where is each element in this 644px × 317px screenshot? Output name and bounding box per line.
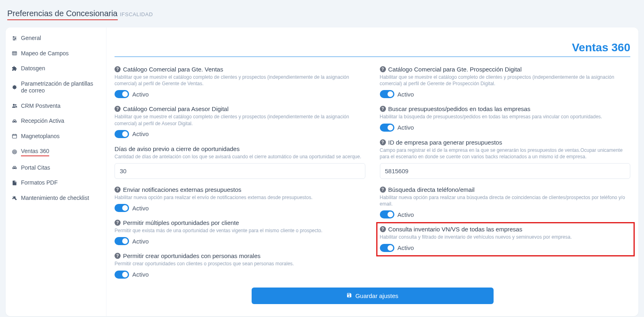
help-icon[interactable]: ?: [115, 187, 121, 193]
setting-title: Enviar notificaciones externas presupues…: [123, 186, 242, 193]
help-icon[interactable]: ?: [380, 226, 386, 232]
setting-title: Buscar presupuestos/pedidos en todas las…: [388, 105, 531, 112]
toggle-switch[interactable]: [380, 210, 394, 218]
sidebar-item-5[interactable]: Recepción Activa: [6, 113, 106, 129]
svg-point-10: [13, 104, 15, 106]
setting-title: Permitir crear oportunidades con persona…: [123, 252, 261, 259]
save-button[interactable]: Guardar ajustes: [252, 288, 494, 304]
puzzle-icon: [11, 65, 18, 72]
toggle-row: Activo: [380, 244, 631, 252]
table-icon: [11, 50, 18, 57]
setting-input[interactable]: [380, 163, 631, 179]
help-icon[interactable]: ?: [115, 220, 121, 226]
setting-left-0: ?Catálogo Comercial para Gte. VentasHabi…: [115, 66, 365, 98]
sidebar-item-1[interactable]: Mapeo de Campos: [6, 46, 106, 61]
toggle-switch[interactable]: [115, 237, 129, 245]
toggle-label: Activo: [398, 124, 414, 131]
setting-left-4: ?Permitir múltiples oportunidades por cl…: [115, 219, 365, 245]
toggle-label: Activo: [398, 244, 414, 251]
setting-description: Habilitar que se muestre el catálogo com…: [115, 113, 365, 126]
setting-title-row: ?Consulta inventario VN/VS de todas las …: [380, 226, 631, 233]
svg-point-3: [13, 36, 14, 37]
sidebar-item-label: Parametrización de plantillas de correo: [21, 80, 100, 94]
section-title: Ventas 360: [115, 41, 630, 54]
toggle-switch[interactable]: [380, 244, 394, 252]
help-icon[interactable]: ?: [380, 106, 386, 112]
setting-description: Habilitar la búsqueda de presupuestos/pe…: [380, 113, 631, 120]
sidebar-item-2[interactable]: Datosgen: [6, 61, 106, 76]
save-button-label: Guardar ajustes: [355, 292, 398, 299]
toggle-label: Activo: [132, 205, 149, 212]
setting-left-2: Días de aviso previo a cierre de oportun…: [115, 145, 365, 179]
sidebar-item-label: Mapeo de Campos: [21, 50, 69, 57]
setting-title: Catálogo Comercial para Gte. Prospección…: [388, 66, 522, 73]
toggle-switch[interactable]: [115, 204, 129, 212]
toggle-row: Activo: [115, 90, 365, 98]
svg-point-11: [15, 104, 17, 106]
help-icon[interactable]: ?: [380, 187, 386, 193]
setting-title-row: Días de aviso previo a cierre de oportun…: [115, 145, 365, 152]
sidebar: GeneralMapeo de CamposDatosgenParametriz…: [6, 27, 106, 316]
toggle-label: Activo: [398, 211, 414, 218]
sidebar-item-3[interactable]: Parametrización de plantillas de correo: [6, 76, 106, 99]
setting-title-row: ?Permitir múltiples oportunidades por cl…: [115, 219, 365, 226]
svg-rect-6: [13, 52, 17, 55]
setting-right-2: ?ID de empresa para generar presupuestos…: [380, 139, 631, 179]
setting-title: Días de aviso previo a cierre de oportun…: [115, 145, 240, 152]
sidebar-item-label: Recepción Activa: [21, 118, 64, 125]
setting-title-row: ?Catálogo Comercial para Gte. Ventas: [115, 66, 365, 73]
toggle-switch[interactable]: [115, 130, 129, 138]
help-icon[interactable]: ?: [115, 106, 121, 112]
toggle-row: Activo: [115, 271, 365, 279]
setting-title: Consulta inventario VN/VS de todas las e…: [388, 226, 523, 233]
setting-right-1: ?Buscar presupuestos/pedidos en todas la…: [380, 105, 631, 131]
setting-title-row: ?Enviar notificaciones externas presupue…: [115, 186, 365, 193]
sidebar-item-6[interactable]: Magnetoplanos: [6, 129, 106, 144]
page-subtitle: IFSCALIDAD: [120, 11, 153, 17]
sidebar-item-label: Mantenimiento de checklist: [21, 195, 89, 202]
help-icon[interactable]: ?: [115, 253, 121, 259]
setting-input[interactable]: [115, 163, 365, 179]
setting-left-3: ?Enviar notificaciones externas presupue…: [115, 186, 365, 212]
target-icon: [11, 149, 18, 155]
setting-right-4: ?Consulta inventario VN/VS de todas las …: [377, 223, 634, 255]
toggle-switch[interactable]: [115, 90, 129, 98]
sidebar-item-0[interactable]: General: [6, 31, 106, 46]
sidebar-item-8[interactable]: Portal Citas: [6, 160, 106, 176]
sidebar-item-4[interactable]: CRM Postventa: [6, 99, 106, 114]
setting-description: Permitir que exista más de una oportunid…: [115, 227, 365, 234]
sidebar-item-label: Datosgen: [21, 65, 45, 72]
setting-title: Catálogo Comercial para Gte. Ventas: [123, 66, 223, 73]
sidebar-item-7[interactable]: Ventas 360: [6, 144, 106, 160]
help-icon[interactable]: ?: [115, 66, 121, 72]
toggle-switch[interactable]: [115, 271, 129, 279]
svg-rect-12: [13, 134, 17, 138]
sidebar-item-label: Magnetoplanos: [21, 133, 60, 140]
toggle-switch[interactable]: [380, 90, 394, 98]
sidebar-item-label: CRM Postventa: [21, 103, 60, 110]
car-icon: [11, 118, 18, 124]
sidebar-item-label: General: [21, 35, 41, 42]
setting-right-0: ?Catálogo Comercial para Gte. Prospecció…: [380, 66, 631, 98]
setting-title-row: ?Búsqueda directa teléfono/email: [380, 186, 631, 193]
page-header: Preferencias de Concesionaria IFSCALIDAD: [0, 0, 644, 27]
sidebar-item-10[interactable]: Mantenimiento de checklist: [6, 191, 106, 206]
help-icon[interactable]: ?: [380, 66, 386, 72]
toggle-switch[interactable]: [380, 124, 394, 132]
save-row: Guardar ajustes: [115, 288, 630, 304]
setting-description: Habilitar nueva opción para realizar el …: [115, 194, 365, 201]
toggle-row: Activo: [115, 204, 365, 212]
page-title: Preferencias de Concesionaria: [7, 9, 118, 20]
toggle-row: Activo: [380, 90, 631, 98]
setting-description: Cantidad de días de antelación con los q…: [115, 153, 365, 160]
setting-title: Búsqueda directa teléfono/email: [388, 186, 475, 193]
help-icon[interactable]: ?: [380, 139, 386, 145]
setting-title-row: ?Catálogo Comercial para Gte. Prospecció…: [380, 66, 631, 73]
settings-columns: ?Catálogo Comercial para Gte. VentasHabi…: [115, 66, 630, 279]
toggle-label: Activo: [398, 91, 414, 98]
setting-title: ID de empresa para generar presupuestos: [388, 139, 502, 146]
sidebar-item-label: Portal Citas: [21, 164, 50, 172]
setting-title: Catálogo Comercial para Asesor Digital: [123, 105, 229, 112]
sidebar-item-9[interactable]: Formatos PDF: [6, 175, 106, 191]
toggle-row: Activo: [115, 130, 365, 138]
